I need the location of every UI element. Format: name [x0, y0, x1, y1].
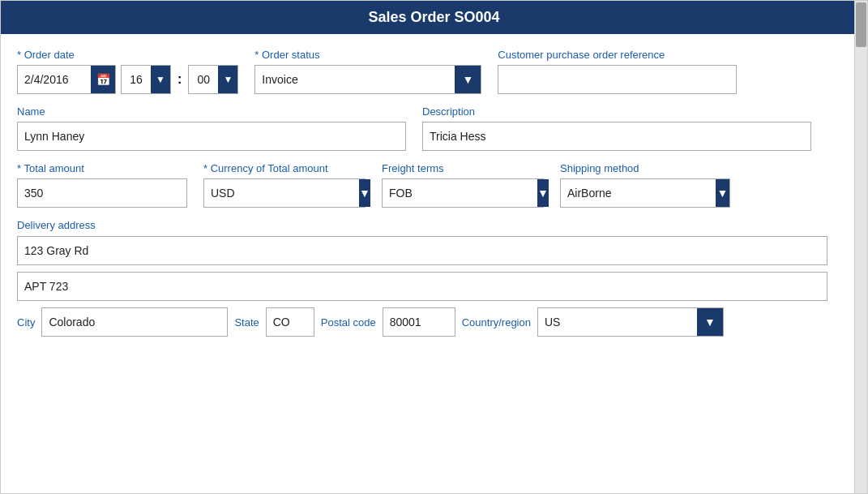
calendar-icon: 📅 — [96, 73, 110, 86]
state-input[interactable] — [266, 307, 314, 337]
delivery-address-section: Delivery address City State Postal code … — [17, 219, 851, 337]
shipping-dropdown-button[interactable]: ▼ — [716, 179, 729, 207]
city-input[interactable] — [41, 307, 228, 337]
time-colon: : — [177, 72, 182, 87]
main-window: Sales Order SO004 Order date 📅 — [0, 0, 868, 494]
description-group: Description — [422, 105, 811, 151]
order-status-select-wrap: ▼ — [254, 65, 481, 94]
addr-line1-row — [17, 236, 851, 265]
chevron-down-icon-5: ▼ — [537, 187, 549, 200]
description-input[interactable] — [422, 122, 811, 151]
order-status-label: Order status — [254, 49, 481, 61]
order-status-group: Order status ▼ — [254, 49, 481, 94]
calendar-button[interactable]: 📅 — [91, 66, 115, 93]
minute-input[interactable] — [189, 66, 218, 93]
address-line1-input[interactable] — [17, 236, 827, 265]
scrollbar-track — [855, 1, 867, 493]
addr-bottom-row: City State Postal code Country/region ▼ — [17, 307, 851, 337]
freight-group: Freight terms ▼ — [382, 162, 544, 208]
chevron-down-icon-4: ▼ — [359, 187, 370, 200]
chevron-down-icon-2: ▼ — [223, 74, 233, 85]
row-3: Total amount Currency of Total amount ▼ … — [17, 162, 851, 208]
name-input[interactable] — [17, 122, 406, 151]
minute-dropdown-button[interactable]: ▼ — [218, 66, 237, 93]
currency-group: Currency of Total amount ▼ — [203, 162, 366, 208]
form-content: Order date 📅 ▼ : — [1, 34, 867, 493]
shipping-select-wrap: ▼ — [560, 178, 730, 208]
description-label: Description — [422, 105, 811, 118]
currency-select-wrap: ▼ — [203, 178, 366, 208]
city-label: City — [17, 316, 35, 329]
delivery-address-label: Delivery address — [17, 219, 851, 231]
currency-dropdown-button[interactable]: ▼ — [359, 179, 370, 207]
order-date-label: Order date — [17, 49, 238, 61]
chevron-down-icon-6: ▼ — [717, 187, 729, 200]
hour-dropdown-button[interactable]: ▼ — [151, 66, 170, 93]
chevron-down-icon-3: ▼ — [462, 73, 473, 86]
order-date-group: Order date 📅 ▼ : — [17, 49, 238, 94]
order-date-input-wrap: 📅 — [17, 65, 116, 94]
freight-dropdown-button[interactable]: ▼ — [537, 179, 549, 207]
hour-input-wrap: ▼ — [121, 65, 171, 94]
shipping-label: Shipping method — [560, 162, 730, 174]
row-2: Name Description — [17, 105, 851, 151]
postal-input[interactable] — [383, 307, 455, 337]
currency-input[interactable] — [204, 179, 359, 207]
row-1: Order date 📅 ▼ : — [17, 49, 851, 94]
scrollbar-thumb[interactable] — [856, 2, 866, 47]
postal-label: Postal code — [321, 316, 376, 329]
name-label: Name — [17, 105, 406, 118]
hour-input[interactable] — [122, 66, 151, 93]
total-amount-label: Total amount — [17, 162, 187, 174]
freight-select-wrap: ▼ — [382, 178, 544, 208]
total-amount-group: Total amount — [17, 162, 187, 208]
order-status-dropdown-button[interactable]: ▼ — [455, 66, 481, 93]
window-title: Sales Order SO004 — [368, 9, 499, 25]
title-bar: Sales Order SO004 — [1, 1, 867, 34]
customer-po-label: Customer purchase order reference — [498, 49, 737, 61]
name-group: Name — [17, 105, 406, 151]
address-line2-input[interactable] — [17, 272, 827, 301]
freight-label: Freight terms — [382, 162, 544, 174]
country-dropdown-button[interactable]: ▼ — [697, 308, 723, 336]
order-date-input[interactable] — [18, 66, 91, 93]
country-input[interactable] — [538, 308, 697, 336]
scrollbar[interactable] — [854, 1, 867, 493]
shipping-group: Shipping method ▼ — [560, 162, 730, 208]
country-label: Country/region — [462, 316, 531, 329]
chevron-down-icon: ▼ — [156, 74, 165, 85]
minute-input-wrap: ▼ — [188, 65, 238, 94]
shipping-input[interactable] — [561, 179, 716, 207]
state-label: State — [234, 316, 259, 329]
country-select-wrap: ▼ — [537, 307, 724, 337]
currency-label: Currency of Total amount — [203, 162, 366, 174]
order-status-input[interactable] — [255, 66, 455, 93]
customer-po-group: Customer purchase order reference — [498, 49, 737, 94]
chevron-down-icon-7: ▼ — [704, 316, 716, 329]
addr-line2-row — [17, 272, 851, 301]
freight-input[interactable] — [383, 179, 537, 207]
total-amount-input[interactable] — [17, 178, 187, 208]
customer-po-input[interactable] — [498, 65, 737, 94]
